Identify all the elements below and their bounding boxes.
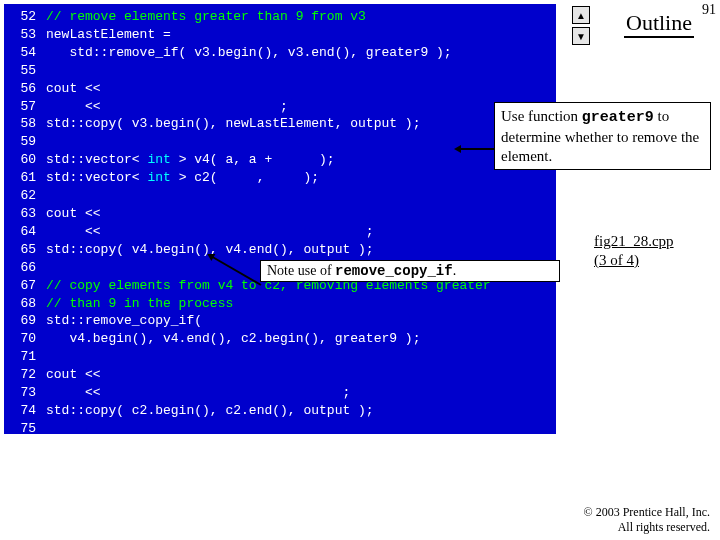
file-part: (3 of 4) [594,252,639,268]
outline-heading: Outline [624,10,694,38]
copyright-line1: © 2003 Prentice Hall, Inc. [584,505,710,519]
down-button[interactable]: ▼ [572,27,590,45]
slide-number: 91 [702,2,716,18]
up-button[interactable]: ▲ [572,6,590,24]
copyright-line2: All rights reserved. [618,520,710,534]
copyright: © 2003 Prentice Hall, Inc. All rights re… [584,505,710,534]
callout2-text-pre: Note use of [267,263,335,278]
callout2-text-post: . [453,263,457,278]
line-numbers: 52 53 54 55 56 57 58 59 60 61 62 63 64 6… [4,4,40,434]
arrow-icon [460,148,494,150]
file-label: fig21_28.cpp (3 of 4) [594,232,704,270]
nav-buttons: ▲ ▼ [572,6,590,48]
file-name: fig21_28.cpp [594,233,674,249]
callout-removecopyif: Note use of remove_copy_if. [260,260,560,282]
callout-greater9: Use function greater9 to determine wheth… [494,102,711,170]
code-listing: 52 53 54 55 56 57 58 59 60 61 62 63 64 6… [4,4,556,434]
callout-text-pre: Use function [501,108,582,124]
callout-mono: greater9 [582,109,654,126]
code-body: // remove elements greater than 9 from v… [40,4,556,434]
callout2-mono: remove_copy_if [335,263,453,279]
